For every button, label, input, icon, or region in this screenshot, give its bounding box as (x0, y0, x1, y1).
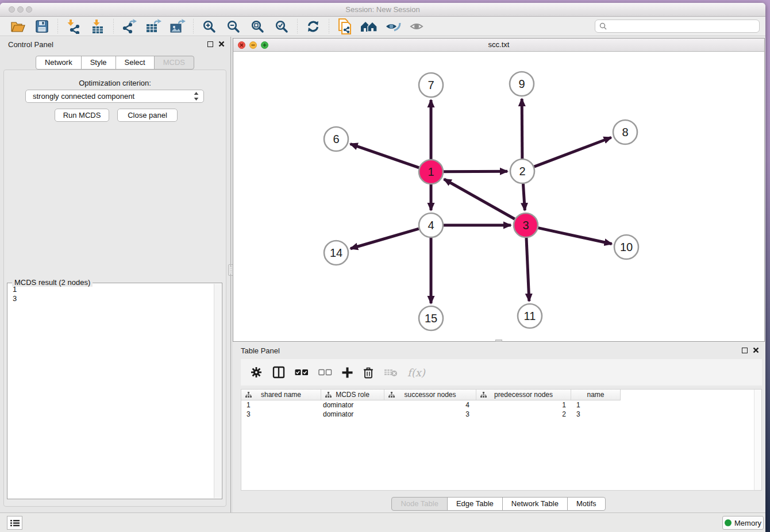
tab-edge-table[interactable]: Edge Table (447, 497, 503, 511)
maximize-network-icon[interactable] (261, 41, 268, 49)
search-input[interactable] (609, 22, 755, 30)
graph-node-6[interactable]: 6 (324, 127, 348, 151)
tab-node-table[interactable]: Node Table (391, 497, 448, 511)
table-cell[interactable]: 1 (571, 400, 620, 410)
export-network-button[interactable] (117, 18, 141, 35)
zoom-selected-button[interactable] (270, 18, 294, 35)
tab-mcds[interactable]: MCDS (154, 56, 194, 70)
edge-1-6[interactable] (351, 144, 419, 167)
table-cell[interactable]: 1 (241, 400, 321, 410)
edge-3-11[interactable] (526, 238, 529, 301)
plus-icon (342, 367, 353, 378)
unselect-all-rows-button[interactable] (318, 364, 332, 381)
edge-1-2[interactable] (444, 171, 507, 172)
column-header-mcds-role[interactable]: MCDS role (321, 390, 384, 400)
close-network-icon[interactable] (238, 41, 245, 49)
criterion-select[interactable]: strongly connected component (25, 90, 204, 103)
run-mcds-button[interactable]: Run MCDS (55, 109, 109, 122)
table-cell[interactable]: dominator (321, 400, 384, 410)
graph-node-7[interactable]: 7 (419, 73, 443, 97)
save-session-button[interactable] (30, 18, 54, 35)
search-box[interactable] (595, 20, 760, 33)
table-cell[interactable]: 1 (476, 400, 571, 410)
network-window-titlebar[interactable]: scc.txt (233, 38, 764, 52)
export-image-button[interactable] (165, 18, 190, 35)
hide-details-button[interactable] (381, 18, 405, 35)
criterion-value: strongly connected component (33, 92, 194, 101)
graph-node-15[interactable]: 15 (419, 306, 443, 330)
float-panel-icon[interactable] (742, 348, 748, 353)
import-table-button[interactable] (86, 18, 110, 35)
refresh-view-button[interactable] (301, 18, 325, 35)
zoom-out-button[interactable] (221, 18, 245, 35)
edge-3-1[interactable] (444, 179, 515, 219)
table-settings-button[interactable] (250, 364, 263, 381)
graph-node-3[interactable]: 3 (514, 213, 538, 237)
zoom-fit-button[interactable] (245, 18, 270, 35)
table-cell[interactable]: dominator (321, 410, 384, 419)
table-row[interactable]: 3dominator323 (241, 410, 761, 419)
attribute-icon (480, 392, 487, 398)
tab-network-table[interactable]: Network Table (502, 497, 568, 511)
column-header-shared-name[interactable]: shared name (241, 390, 321, 400)
zoom-window-icon[interactable] (26, 6, 32, 13)
show-columns-button[interactable] (272, 364, 285, 381)
graph-node-14[interactable]: 14 (324, 241, 348, 265)
tab-motifs[interactable]: Motifs (567, 497, 606, 511)
table-cell[interactable]: 3 (571, 410, 620, 419)
delete-table-button-disabled (384, 364, 398, 381)
graph-node-10[interactable]: 10 (614, 235, 638, 259)
network-resize-grip[interactable] (495, 340, 502, 342)
show-details-button[interactable] (405, 18, 429, 35)
toolbar-separator (113, 19, 114, 34)
delete-row-button[interactable] (363, 364, 374, 381)
result-scrollbar[interactable] (214, 284, 221, 498)
window-titlebar[interactable]: Session: New Session (0, 3, 765, 17)
export-table-button[interactable] (141, 18, 165, 35)
tab-select[interactable]: Select (116, 56, 155, 70)
close-panel-button[interactable]: Close panel (117, 109, 178, 122)
column-header-predecessor-nodes[interactable]: predecessor nodes (476, 390, 571, 400)
result-list-item[interactable]: 1 (7, 285, 213, 294)
column-header-successor-nodes[interactable]: successor nodes (384, 390, 476, 400)
close-panel-icon[interactable] (218, 41, 225, 47)
graph-node-8[interactable]: 8 (613, 120, 637, 144)
open-session-button[interactable] (6, 18, 30, 35)
edge-2-3[interactable] (523, 184, 525, 210)
close-panel-icon[interactable] (753, 347, 759, 353)
select-all-rows-button[interactable] (295, 364, 309, 381)
table-cell[interactable]: 3 (384, 410, 476, 419)
table-row[interactable]: 1dominator411 (241, 400, 761, 410)
column-header-name[interactable]: name (571, 390, 620, 400)
edge-2-8[interactable] (534, 137, 611, 167)
graph-node-2[interactable]: 2 (510, 159, 534, 183)
import-network-button[interactable] (61, 18, 86, 35)
memory-button[interactable]: Memory (722, 516, 764, 530)
close-window-icon[interactable] (9, 6, 15, 13)
table-cell[interactable]: 3 (241, 410, 321, 419)
edge-4-14[interactable] (351, 229, 419, 249)
float-panel-icon[interactable] (207, 41, 213, 47)
edge-3-10[interactable] (538, 228, 611, 244)
graph-node-4[interactable]: 4 (419, 213, 443, 237)
network-canvas[interactable]: 7968124314101511 (233, 52, 764, 341)
table-cell[interactable]: 2 (476, 410, 571, 419)
tab-style[interactable]: Style (81, 56, 116, 70)
clone-network-button[interactable] (333, 18, 357, 35)
window-traffic-lights[interactable] (9, 6, 32, 13)
tab-network[interactable]: Network (36, 56, 82, 70)
node-label: 2 (519, 165, 525, 178)
add-row-button[interactable] (342, 364, 353, 381)
task-history-button[interactable] (7, 516, 22, 530)
graph-node-9[interactable]: 9 (510, 72, 534, 96)
edge-2-9[interactable] (522, 99, 522, 159)
minimize-network-icon[interactable] (249, 41, 257, 49)
table-scrollbar[interactable] (754, 390, 761, 490)
result-list-item[interactable]: 3 (7, 294, 213, 303)
first-neighbors-button[interactable] (357, 18, 381, 35)
zoom-in-button[interactable] (197, 18, 221, 35)
graph-node-11[interactable]: 11 (518, 304, 542, 328)
minimize-window-icon[interactable] (17, 6, 24, 13)
table-cell[interactable]: 4 (384, 400, 476, 410)
graph-node-1[interactable]: 1 (419, 160, 443, 184)
